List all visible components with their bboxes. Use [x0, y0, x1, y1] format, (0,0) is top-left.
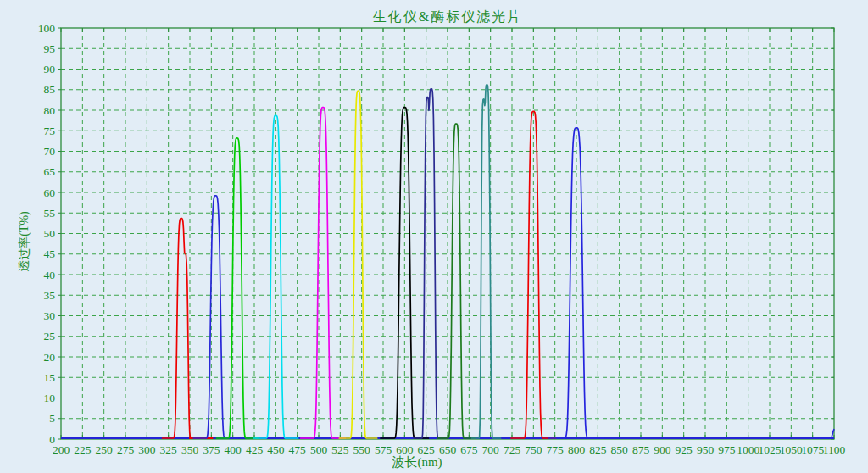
x-tick-label: 575 [375, 443, 392, 456]
y-tick-label: 50 [44, 227, 56, 240]
filter-curve-630nm-filter [414, 89, 447, 438]
x-tick-label: 225 [74, 443, 92, 456]
x-tick-label: 975 [718, 443, 736, 456]
y-tick-label: 100 [38, 22, 56, 35]
x-tick-label: 800 [568, 443, 586, 456]
y-tick-label: 65 [44, 165, 56, 178]
filter-curve-695nm-filter [472, 85, 501, 438]
y-tick-label: 20 [44, 351, 56, 364]
y-tick-label: 30 [44, 309, 56, 322]
y-tick-label: 15 [44, 371, 56, 384]
x-tick-label: 1000 [737, 443, 760, 456]
x-tick-label: 400 [225, 443, 242, 456]
y-tick-label: 60 [44, 186, 56, 199]
x-tick-label: 450 [267, 443, 285, 456]
x-tick-label: 875 [632, 443, 650, 456]
filter-spectra-plot: 2002252502753003253503754004254504755005… [0, 0, 868, 473]
x-tick-label: 725 [504, 443, 521, 456]
x-tick-label: 1025 [759, 443, 782, 456]
x-tick-label: 775 [547, 443, 565, 456]
chart-page: 生化仪&酶标仪滤光片 透过率(T%) 波长(nm) 20022525027530… [0, 0, 868, 473]
filter-curve-edge-rise-1100 [820, 430, 834, 438]
y-tick-label: 0 [49, 433, 55, 446]
x-tick-label: 1100 [823, 443, 846, 456]
x-tick-label: 250 [96, 443, 114, 456]
x-tick-label: 600 [396, 443, 414, 456]
x-tick-label: 525 [331, 443, 349, 456]
y-tick-label: 10 [44, 392, 56, 404]
x-tick-label: 825 [589, 443, 607, 456]
x-tick-label: 500 [310, 443, 328, 456]
x-tick-label: 275 [117, 443, 135, 456]
x-tick-label: 1075 [801, 443, 824, 456]
y-tick-label: 85 [44, 83, 56, 96]
x-tick-label: 325 [160, 443, 178, 456]
x-tick-label: 475 [289, 443, 307, 456]
filter-curve-546nm-filter [339, 91, 376, 438]
x-tick-label: 900 [654, 443, 671, 456]
x-tick-label: 550 [353, 443, 371, 456]
x-tick-label: 675 [460, 443, 478, 456]
y-tick-label: 80 [44, 104, 56, 117]
x-tick-label: 375 [203, 443, 220, 456]
x-tick-label: 950 [697, 443, 715, 456]
x-tick-label: 350 [181, 443, 199, 456]
y-tick-label: 35 [44, 289, 56, 302]
y-tick-label: 40 [44, 269, 56, 281]
x-tick-label: 925 [676, 443, 693, 456]
x-tick-label: 300 [138, 443, 156, 456]
y-tick-label: 25 [44, 330, 56, 342]
x-tick-label: 750 [525, 443, 542, 456]
y-tick-label: 95 [44, 42, 56, 55]
x-tick-label: 850 [611, 443, 629, 456]
x-tick-label: 700 [482, 443, 500, 456]
x-tick-label: 425 [246, 443, 264, 456]
x-tick-label: 1050 [780, 443, 803, 456]
x-tick-label: 625 [418, 443, 436, 456]
y-tick-label: 5 [49, 412, 55, 425]
y-tick-label: 70 [44, 145, 56, 158]
y-tick-label: 90 [44, 63, 56, 75]
y-tick-label: 45 [44, 248, 56, 260]
y-tick-label: 75 [44, 125, 56, 137]
filter-curve-505nm-filter [301, 108, 346, 438]
x-tick-label: 650 [439, 443, 457, 456]
y-tick-label: 55 [44, 207, 56, 220]
